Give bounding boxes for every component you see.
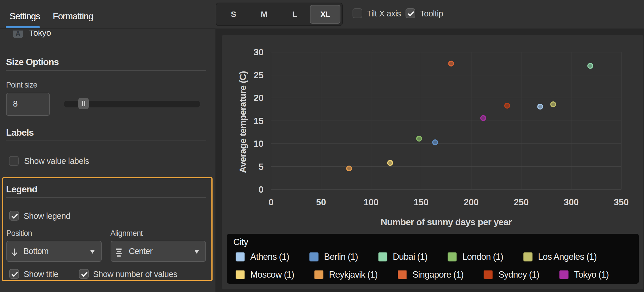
tilt-x-axis-label: Tilt X axis bbox=[367, 9, 401, 18]
legend-item-label: Los Angeles (1) bbox=[538, 252, 596, 262]
scatter-point-reykjavik[interactable] bbox=[347, 166, 352, 171]
x-tick-label: 200 bbox=[464, 197, 479, 207]
size-button-l[interactable]: L bbox=[279, 5, 310, 24]
scatter-point-london[interactable] bbox=[417, 136, 422, 141]
x-tick-label: 100 bbox=[364, 197, 379, 207]
arrow-down-icon bbox=[12, 249, 17, 256]
legend-item-label: Dubai (1) bbox=[393, 252, 427, 262]
legend-swatch bbox=[448, 252, 457, 261]
point-size-slider[interactable] bbox=[64, 101, 200, 107]
chart-card: 050100150200250300350051015202530 Averag… bbox=[222, 35, 643, 289]
legend-item-athens[interactable]: Athens (1) bbox=[236, 252, 289, 262]
show-number-of-values-checkbox[interactable] bbox=[79, 269, 89, 279]
size-button-s[interactable]: S bbox=[218, 5, 249, 24]
check-icon bbox=[10, 212, 19, 221]
legend-item-singapore[interactable]: Singapore (1) bbox=[398, 270, 463, 280]
x-axis-title: Number of sunny days per year bbox=[271, 217, 621, 227]
series-label-tokyo: Tokyo bbox=[29, 31, 51, 37]
legend-item-label: London (1) bbox=[462, 252, 503, 262]
align-center-icon bbox=[116, 249, 122, 257]
y-tick-label: 30 bbox=[254, 47, 264, 57]
legend-swatch bbox=[378, 252, 387, 261]
legend-item-label: Tokyo (1) bbox=[574, 270, 609, 280]
labels-divider bbox=[6, 141, 206, 141]
legend-item-dubai[interactable]: Dubai (1) bbox=[378, 252, 427, 262]
legend-item-reykjavik[interactable]: Reykjavik (1) bbox=[314, 270, 378, 280]
size-button-xl[interactable]: XL bbox=[310, 5, 340, 24]
size-options-divider bbox=[6, 70, 206, 71]
size-button-m[interactable]: M bbox=[249, 5, 279, 24]
y-tick-label: 10 bbox=[254, 139, 264, 149]
point-size-input[interactable]: 8 bbox=[6, 93, 50, 116]
position-label: Position bbox=[6, 229, 32, 238]
scatter-point-singapore[interactable] bbox=[449, 61, 454, 66]
legend-swatch bbox=[236, 270, 245, 279]
y-tick-label: 5 bbox=[259, 162, 264, 172]
scatter-point-los-angeles[interactable] bbox=[551, 102, 556, 107]
scatter-point-moscow[interactable] bbox=[388, 160, 393, 165]
show-value-labels-checkbox[interactable] bbox=[9, 156, 19, 166]
y-tick-label: 25 bbox=[254, 70, 264, 80]
chart-legend: City Athens (1)Berlin (1)Dubai (1)London… bbox=[227, 234, 639, 284]
check-icon bbox=[10, 270, 19, 279]
show-legend-checkbox[interactable] bbox=[9, 211, 19, 221]
x-tick-label: 50 bbox=[316, 197, 326, 207]
tilt-x-axis-checkbox[interactable] bbox=[353, 8, 362, 18]
scatter-point-dubai[interactable] bbox=[588, 63, 593, 68]
legend-item-tokyo[interactable]: Tokyo (1) bbox=[559, 270, 609, 280]
scatter-point-berlin[interactable] bbox=[433, 140, 437, 145]
y-tick-label: 20 bbox=[254, 93, 264, 103]
grip-icon bbox=[82, 101, 83, 106]
tooltip-checkbox[interactable] bbox=[406, 8, 415, 18]
series-list: A Tokyo bbox=[0, 31, 215, 40]
legend-item-sydney[interactable]: Sydney (1) bbox=[484, 270, 539, 280]
legend-item-london[interactable]: London (1) bbox=[448, 252, 503, 262]
labels-title: Labels bbox=[6, 127, 34, 138]
scatter-point-sydney[interactable] bbox=[505, 103, 510, 108]
settings-sidebar: Settings Formatting A Tokyo Size Options… bbox=[0, 0, 215, 292]
show-title-checkbox[interactable] bbox=[9, 269, 19, 279]
x-tick-label: 300 bbox=[564, 197, 579, 207]
legend-row: Athens (1)Berlin (1)Dubai (1)London (1)L… bbox=[236, 252, 596, 262]
legend-swatch bbox=[523, 252, 533, 261]
grip-icon bbox=[84, 101, 85, 106]
legend-swatch bbox=[309, 252, 319, 261]
x-tick-label: 0 bbox=[268, 197, 273, 207]
slider-handle[interactable] bbox=[78, 98, 89, 109]
app-root: Settings Formatting A Tokyo Size Options… bbox=[0, 0, 644, 292]
tab-formatting[interactable]: Formatting bbox=[53, 11, 93, 22]
legend-item-label: Reykjavik (1) bbox=[329, 270, 378, 280]
legend-divider bbox=[6, 197, 206, 198]
string-type-icon: A bbox=[13, 31, 23, 38]
tab-settings[interactable]: Settings bbox=[10, 11, 40, 22]
legend-item-label: Singapore (1) bbox=[412, 270, 463, 280]
scatter-point-tokyo[interactable] bbox=[481, 116, 486, 121]
alignment-value: Center bbox=[129, 241, 152, 261]
position-dropdown[interactable]: Bottom bbox=[6, 241, 102, 262]
legend-title: Legend bbox=[6, 184, 37, 195]
legend-item-moscow[interactable]: Moscow (1) bbox=[236, 270, 294, 280]
alignment-dropdown[interactable]: Center bbox=[111, 241, 206, 262]
show-legend-label: Show legend bbox=[24, 211, 70, 221]
legend-swatch bbox=[484, 270, 493, 279]
show-title-label: Show title bbox=[24, 270, 58, 279]
legend-item-label: Sydney (1) bbox=[498, 270, 539, 280]
legend-item-berlin[interactable]: Berlin (1) bbox=[309, 252, 358, 262]
x-tick-label: 150 bbox=[414, 197, 429, 207]
tabs-divider bbox=[0, 28, 215, 29]
legend-item-label: Athens (1) bbox=[250, 252, 289, 262]
chart-legend-title: City bbox=[233, 237, 248, 247]
position-value: Bottom bbox=[23, 241, 48, 261]
legend-item-los-angeles[interactable]: Los Angeles (1) bbox=[523, 252, 596, 262]
check-icon bbox=[407, 10, 415, 18]
tooltip-label: Tooltip bbox=[420, 9, 443, 18]
alignment-label: Alignment bbox=[110, 229, 143, 238]
y-tick-label: 15 bbox=[254, 116, 264, 126]
size-options-title: Size Options bbox=[6, 57, 59, 67]
point-size-label: Point size bbox=[6, 81, 37, 90]
legend-row: Moscow (1)Reykjavik (1)Singapore (1)Sydn… bbox=[236, 270, 609, 280]
y-axis-title: Average temperature (C) bbox=[238, 36, 249, 208]
scatter-point-athens[interactable] bbox=[538, 104, 543, 109]
legend-item-label: Berlin (1) bbox=[324, 252, 358, 262]
show-value-labels-label: Show value labels bbox=[24, 156, 89, 166]
